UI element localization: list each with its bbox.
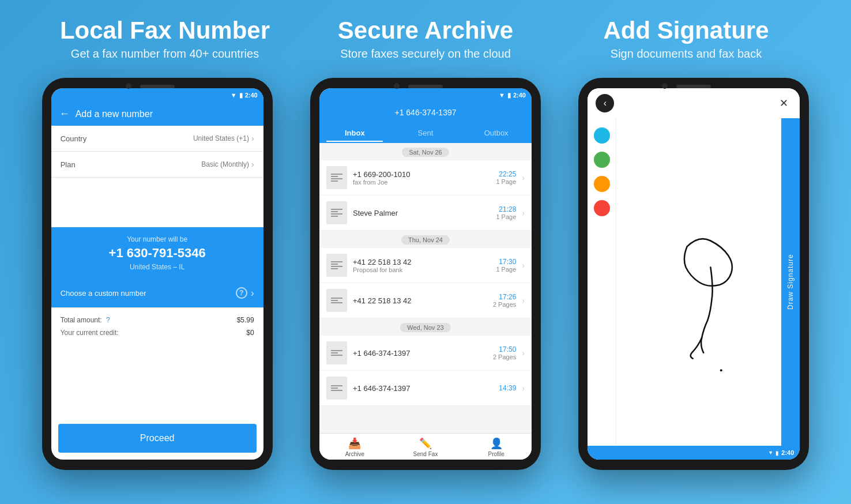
inbox-item-5[interactable]: +1 646-374-1397 14:39 › (319, 371, 532, 406)
nav-profile-label: Profile (488, 451, 504, 457)
nav-profile[interactable]: 👤 Profile (461, 437, 532, 457)
number-will-be-label: Your number will be (61, 235, 254, 243)
header-title-3: Add Signature (556, 17, 816, 44)
inbox-pages-0: 1 Page (496, 178, 516, 185)
tab-outbox[interactable]: Outbox (461, 123, 532, 142)
country-label: Country (61, 134, 87, 143)
country-value: United States (+1) (193, 134, 249, 142)
phone-1: ▼ ▮ 2:40 ← Add a new number Country Unit… (42, 78, 273, 470)
inbox-item-0[interactable]: +1 669-200-1010 fax from Joe 22:25 1 Pag… (319, 160, 532, 195)
inbox-pages-1: 1 Page (496, 213, 516, 220)
fax-number-display: +1 646-374-1397 (325, 108, 526, 117)
plan-chevron-icon: › (251, 160, 254, 169)
fax-doc-icon-2 (326, 254, 347, 277)
wifi-icon-3: ▼ (768, 450, 773, 456)
nav-send-fax[interactable]: ✏️ Send Fax (390, 437, 461, 457)
inbox-time-2: 17:30 (496, 258, 516, 266)
date-badge-1: Thu, Nov 24 (401, 235, 450, 245)
custom-number-row[interactable]: Choose a custom number ? › (51, 279, 263, 308)
date-separator-2: Wed, Nov 23 (319, 318, 532, 336)
status-time-2: 2:40 (513, 92, 526, 99)
country-row[interactable]: Country United States (+1) › (51, 126, 263, 152)
inbox-meta-5: 14:39 (499, 384, 516, 392)
color-green[interactable] (594, 152, 610, 168)
fax-doc-icon-4 (326, 341, 347, 364)
sig-top-bar: ‹ ✕ (588, 88, 800, 118)
nav-send-fax-label: Send Fax (413, 451, 438, 457)
phone-3-screen: ‹ ✕ (588, 88, 800, 460)
inbox-item-4[interactable]: +1 646-374-1397 17:50 2 Pages › (319, 336, 532, 371)
bottom-nav: 📥 Archive ✏️ Send Fax 👤 Profile (319, 433, 532, 460)
color-blue[interactable] (594, 127, 610, 144)
total-row: Total amount: ? $5.99 (61, 316, 254, 324)
inbox-item-info-1: Steve Palmer (353, 209, 490, 217)
header-subtitle-3: Sign documents and fax back (556, 47, 816, 61)
inbox-from-0: +1 669-200-1010 (353, 170, 490, 179)
inbox-item-1[interactable]: Steve Palmer 21:28 1 Page › (319, 195, 532, 231)
inbox-item-info-4: +1 646-374-1397 (353, 349, 487, 358)
color-red[interactable] (594, 200, 610, 216)
plan-value: Basic (Monthly) (201, 160, 249, 168)
signature-svg (616, 118, 781, 446)
signature-canvas[interactable] (616, 118, 781, 446)
inbox-chevron-1: › (522, 208, 525, 217)
tabs-row: Inbox Sent Outbox (319, 123, 532, 143)
inbox-from-4: +1 646-374-1397 (353, 349, 487, 358)
status-bar-3-bottom: ▼ ▮ 2:40 (588, 446, 800, 460)
date-badge-2: Wed, Nov 23 (400, 323, 450, 332)
inbox-from-3: +41 22 518 13 42 (353, 296, 487, 305)
inbox-chevron-3: › (522, 296, 525, 305)
nav-archive[interactable]: 📥 Archive (319, 437, 390, 457)
inbox-meta-3: 17:26 2 Pages (493, 293, 516, 308)
sig-main-area: Draw Signature (588, 118, 800, 446)
proceed-button[interactable]: Proceed (58, 424, 257, 453)
header-col-3: Add Signature Sign documents and fax bac… (556, 17, 816, 61)
preview-number: +1 630-791-5346 (61, 246, 254, 261)
fax-doc-icon-3 (326, 289, 347, 312)
svg-point-0 (720, 369, 722, 371)
date-separator-0: Sat, Nov 26 (319, 143, 532, 160)
total-value: $5.99 (237, 316, 254, 324)
wifi-icon-2: ▼ (499, 92, 505, 99)
inbox-item-3[interactable]: +41 22 518 13 42 17:26 2 Pages › (319, 283, 532, 318)
inbox-item-2[interactable]: +41 22 518 13 42 Proposal for bank 17:30… (319, 248, 532, 283)
credit-row: Your current credit: $0 (61, 329, 254, 337)
billing-section: Total amount: ? $5.99 Your current credi… (51, 308, 263, 420)
tab-sent[interactable]: Sent (390, 123, 461, 142)
total-question-icon: ? (106, 316, 110, 324)
inbox-item-info-0: +1 669-200-1010 fax from Joe (353, 170, 490, 186)
fax-doc-icon-1 (326, 201, 347, 224)
header-title-1: Local Fax Number (35, 17, 295, 44)
back-arrow-icon[interactable]: ← (59, 108, 70, 120)
header-subtitle-1: Get a fax number from 40+ countries (35, 47, 295, 61)
inbox-from-5: +1 646-374-1397 (353, 384, 493, 393)
status-bar-1: ▼ ▮ 2:40 (51, 88, 263, 102)
inbox-item-info-5: +1 646-374-1397 (353, 384, 493, 393)
sig-close-button[interactable]: ✕ (775, 95, 792, 111)
phone-2: ▼ ▮ 2:40 +1 646-374-1397 Inbox Sent Outb… (310, 78, 541, 470)
color-orange[interactable] (594, 176, 610, 192)
plan-row[interactable]: Plan Basic (Monthly) › (51, 152, 263, 178)
credit-value: $0 (246, 329, 254, 337)
inbox-chevron-5: › (522, 383, 525, 393)
inbox-subject-2: Proposal for bank (353, 266, 490, 273)
inbox-pages-2: 1 Page (496, 266, 516, 273)
inbox-subject-0: fax from Joe (353, 179, 490, 186)
page-header: Local Fax Number Get a fax number from 4… (0, 0, 851, 72)
inbox-time-4: 17:50 (493, 345, 516, 353)
inbox-item-info-2: +41 22 518 13 42 Proposal for bank (353, 258, 490, 273)
status-time-1: 2:40 (245, 92, 258, 99)
inbox-meta-1: 21:28 1 Page (496, 205, 516, 220)
inbox-chevron-0: › (522, 173, 525, 182)
battery-icon: ▮ (239, 92, 243, 99)
tab-inbox[interactable]: Inbox (319, 123, 390, 142)
number-location: United States – IL (61, 263, 254, 271)
total-label: Total amount: ? (61, 316, 110, 324)
plan-label: Plan (61, 160, 76, 169)
sig-back-button[interactable]: ‹ (596, 94, 614, 112)
date-badge-0: Sat, Nov 26 (402, 148, 449, 157)
inbox-meta-0: 22:25 1 Page (496, 170, 516, 185)
archive-icon: 📥 (348, 437, 361, 450)
inbox-from-2: +41 22 518 13 42 (353, 258, 490, 266)
wifi-icon: ▼ (231, 92, 237, 99)
